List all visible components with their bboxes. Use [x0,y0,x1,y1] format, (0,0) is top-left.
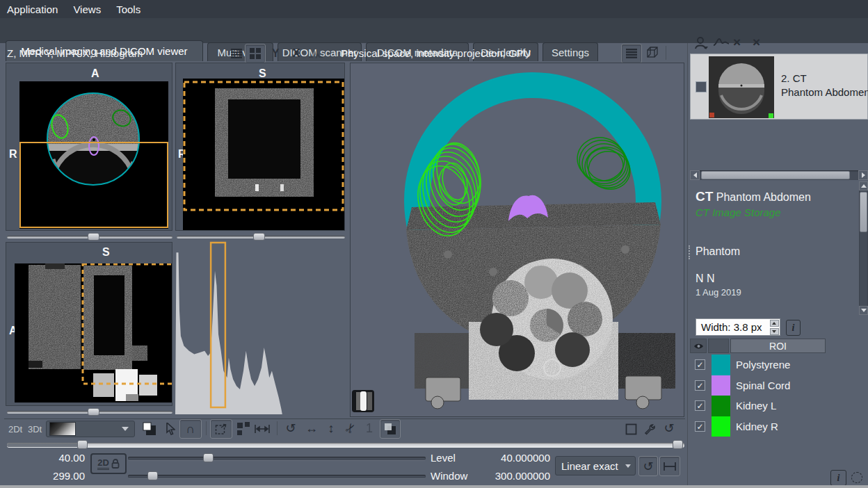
roi-row-kidney-l[interactable]: ✓Kidney L [690,396,826,416]
cube-icon[interactable] [643,44,662,62]
status-square-red [709,113,714,117]
step-one-icon[interactable]: 1 [363,420,376,437]
colormap-swatch [49,422,76,436]
roi-name: Polystyrene [736,359,790,371]
roi-name: Kidney L [736,400,776,412]
roi-color-swatch[interactable] [712,416,730,437]
histogram-curve-icon[interactable] [306,44,326,63]
clipboard-roi-button[interactable] [210,419,232,439]
roi-visibility-checkbox[interactable]: ✓ [695,359,705,370]
vscroll-thumb[interactable] [860,192,867,232]
level-value: 40.000000 [459,452,550,464]
range-slider-left-handle[interactable] [77,440,88,449]
level-slider-track[interactable] [128,457,426,460]
close-icon[interactable]: × [733,35,741,50]
range-min-value: 40.00 [28,452,85,464]
menu-views[interactable]: Views [73,3,101,15]
roi-row-spinal-cord[interactable]: ✓Spinal Cord [690,375,826,396]
roi-color-column-header[interactable] [708,339,729,353]
mapping-combobox[interactable]: Linear exact [555,456,636,475]
scroll-left-arrow[interactable] [690,170,700,180]
rect-select-icon[interactable] [623,421,638,437]
info-button[interactable]: i [830,470,846,486]
lock-2d-button[interactable]: 2D [90,453,127,474]
time-range-slider[interactable] [7,440,684,450]
drag-grip[interactable] [689,245,693,259]
orientation-barrel-icon [352,390,374,412]
viewport-axial[interactable]: A R [6,63,172,231]
scroll-up-arrow[interactable] [859,181,868,190]
roi-color-swatch[interactable] [712,375,730,396]
arc-tool-button[interactable]: ∩ [179,419,202,439]
series-checkbox[interactable] [696,81,707,92]
modality-label: CT [696,189,713,204]
window-value: 300.000000 [459,470,550,482]
pan-horizontal-icon[interactable]: ↔ [303,420,320,437]
roi-info-button[interactable]: i [786,320,801,336]
meta-vscrollbar[interactable] [859,181,868,315]
window-slider-handle[interactable] [147,471,158,480]
close-icon[interactable]: × [753,35,760,50]
scroll-down-arrow[interactable] [859,306,868,315]
viewport-histogram[interactable] [175,241,348,416]
wrench-icon[interactable] [641,421,658,437]
colormap-combobox[interactable] [46,421,135,437]
curve-menu-icon[interactable] [714,38,729,50]
level-slider-handle[interactable] [203,453,214,462]
invert-bw-icon[interactable] [140,421,159,437]
y-axis-button[interactable]: Y [266,44,285,63]
status-square-green [769,113,773,118]
roi-visibility-checkbox[interactable]: ✓ [695,421,705,432]
study-date: 1 Aug 2019 [696,287,741,298]
series-thumbnail [709,56,774,118]
range-slider-right-handle[interactable] [673,440,683,449]
series-description: Phantom [696,245,740,258]
hscroll-thumb[interactable] [701,171,850,179]
menu-application[interactable]: Application [7,3,58,15]
menu-tools[interactable]: Tools [116,3,140,15]
roi-color-swatch[interactable] [712,396,730,416]
patient-menu-icon[interactable] [694,36,711,53]
viewport-3d[interactable] [350,63,684,417]
axial-slice-slider[interactable] [7,232,172,241]
scroll-right-arrow[interactable] [858,170,868,180]
viewport-mpr-y[interactable]: S R [175,63,345,231]
window-slider-track[interactable] [128,475,426,478]
contour-width-spinbox[interactable]: Width: 3.8 px [696,318,780,336]
dashed-circle-button[interactable] [849,470,864,485]
tab-settings[interactable]: Settings [542,42,598,61]
mode-3dt-button[interactable]: 3Dt [28,424,42,434]
stack-view-icon[interactable] [227,44,246,63]
roi-visibility-checkbox[interactable]: ✓ [695,380,705,391]
render-list-icon[interactable] [621,44,642,63]
orientation-label-top: S [102,246,110,259]
spin-up-button[interactable] [770,320,779,327]
mpr-x-slice-slider[interactable] [7,407,172,416]
overlay-blend-button[interactable] [380,419,401,439]
lock-icon [111,459,120,469]
roi-visibility-column-header[interactable] [690,339,707,353]
x-axis-button[interactable]: X [287,44,306,63]
fit-range-button[interactable] [659,456,680,476]
roi-name-column-header[interactable]: ROI [730,339,826,353]
spinner-buttons [769,319,779,335]
rotate-tool-icon[interactable]: ↺ [282,420,299,437]
roi-row-kidney-r[interactable]: ✓Kidney R [690,416,826,437]
mode-2dt-button[interactable]: 2Dt [8,424,22,434]
grid-view-icon[interactable] [245,44,266,63]
pan-vertical-icon[interactable]: ↕ [323,420,339,437]
measure-width-icon[interactable] [253,421,271,437]
pointer-tool-icon[interactable] [163,421,178,437]
viewport-mpr-x[interactable]: S A [6,242,172,406]
series-card[interactable]: 2. CT Phantom Abdomen [690,54,868,120]
roi-visibility-checkbox[interactable]: ✓ [695,400,705,411]
center-view-header: Physical space, intensity projection, GP… [341,47,531,59]
tiles-layout-icon[interactable] [235,421,252,437]
app-window: ApplicationViewsTools Medical imaging an… [0,0,868,488]
spin-down-button[interactable] [770,328,779,335]
reset-wl-button[interactable]: ↺ [638,456,658,476]
roi-row-polystyrene[interactable]: ✓Polystyrene [690,355,826,375]
roi-color-swatch[interactable] [712,355,730,375]
browser-hscrollbar[interactable] [690,170,868,180]
reset-view-icon[interactable]: ↺ [661,420,677,437]
